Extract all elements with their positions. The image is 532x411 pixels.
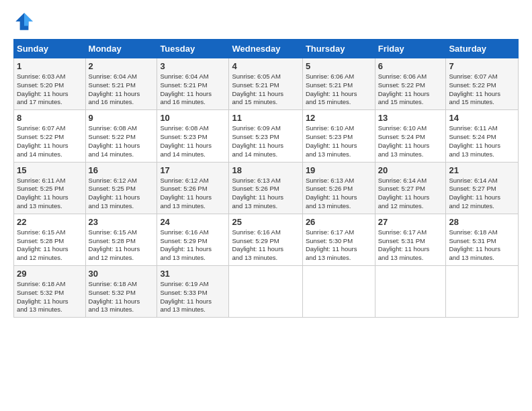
day-number: 21 — [449, 165, 515, 175]
calendar-cell: 16Sunrise: 6:12 AMSunset: 5:25 PMDayligh… — [85, 162, 157, 214]
calendar-cell: 11Sunrise: 6:09 AMSunset: 5:23 PMDayligh… — [229, 110, 302, 162]
calendar-week-row: 8Sunrise: 6:07 AMSunset: 5:22 PMDaylight… — [14, 110, 519, 162]
calendar-table: SundayMondayTuesdayWednesdayThursdayFrid… — [13, 39, 519, 318]
calendar-cell — [302, 266, 375, 318]
calendar-cell: 3Sunrise: 6:04 AMSunset: 5:21 PMDaylight… — [157, 58, 229, 110]
calendar-cell: 20Sunrise: 6:14 AMSunset: 5:27 PMDayligh… — [375, 162, 446, 214]
day-info: Sunrise: 6:10 AMSunset: 5:24 PMDaylight:… — [378, 124, 443, 158]
day-info: Sunrise: 6:15 AMSunset: 5:28 PMDaylight:… — [89, 228, 154, 263]
day-info: Sunrise: 6:08 AMSunset: 5:22 PMDaylight:… — [89, 124, 154, 158]
calendar-cell: 5Sunrise: 6:06 AMSunset: 5:21 PMDaylight… — [302, 58, 375, 110]
calendar-cell: 1Sunrise: 6:03 AMSunset: 5:20 PMDaylight… — [14, 58, 86, 110]
day-number: 22 — [17, 217, 83, 227]
calendar-cell: 14Sunrise: 6:11 AMSunset: 5:24 PMDayligh… — [446, 110, 519, 162]
day-number: 12 — [306, 113, 372, 123]
calendar-cell: 10Sunrise: 6:08 AMSunset: 5:23 PMDayligh… — [157, 110, 229, 162]
day-number: 7 — [449, 61, 515, 71]
day-info: Sunrise: 6:16 AMSunset: 5:29 PMDaylight:… — [232, 228, 299, 263]
calendar-cell — [229, 266, 302, 318]
day-info: Sunrise: 6:08 AMSunset: 5:23 PMDaylight:… — [160, 124, 226, 158]
calendar-cell: 4Sunrise: 6:05 AMSunset: 5:21 PMDaylight… — [229, 58, 302, 110]
calendar-week-row: 22Sunrise: 6:15 AMSunset: 5:28 PMDayligh… — [14, 214, 519, 265]
day-info: Sunrise: 6:06 AMSunset: 5:21 PMDaylight:… — [306, 73, 372, 107]
calendar-day-header: Friday — [375, 40, 446, 58]
svg-marker-1 — [24, 13, 33, 26]
day-info: Sunrise: 6:18 AMSunset: 5:31 PMDaylight:… — [449, 228, 515, 263]
day-number: 25 — [232, 217, 299, 227]
day-number: 29 — [17, 269, 83, 279]
day-number: 8 — [17, 113, 83, 123]
day-info: Sunrise: 6:18 AMSunset: 5:32 PMDaylight:… — [17, 280, 83, 314]
calendar-cell: 25Sunrise: 6:16 AMSunset: 5:29 PMDayligh… — [229, 214, 302, 265]
day-number: 5 — [306, 61, 372, 71]
calendar-page: SundayMondayTuesdayWednesdayThursdayFrid… — [0, 0, 532, 324]
calendar-cell — [446, 266, 519, 318]
calendar-cell: 8Sunrise: 6:07 AMSunset: 5:22 PMDaylight… — [14, 110, 86, 162]
calendar-day-header: Wednesday — [229, 40, 302, 58]
day-info: Sunrise: 6:10 AMSunset: 5:23 PMDaylight:… — [306, 124, 372, 158]
day-info: Sunrise: 6:17 AMSunset: 5:30 PMDaylight:… — [306, 228, 372, 263]
day-info: Sunrise: 6:09 AMSunset: 5:23 PMDaylight:… — [232, 124, 299, 158]
day-info: Sunrise: 6:13 AMSunset: 5:26 PMDaylight:… — [306, 177, 372, 211]
day-number: 15 — [17, 165, 83, 175]
day-number: 26 — [306, 217, 372, 227]
day-number: 31 — [160, 269, 226, 279]
calendar-cell: 13Sunrise: 6:10 AMSunset: 5:24 PMDayligh… — [375, 110, 446, 162]
day-info: Sunrise: 6:04 AMSunset: 5:21 PMDaylight:… — [160, 73, 226, 107]
day-number: 28 — [449, 217, 515, 227]
day-number: 30 — [89, 269, 154, 279]
day-number: 10 — [160, 113, 226, 123]
logo — [13, 11, 38, 32]
calendar-cell: 19Sunrise: 6:13 AMSunset: 5:26 PMDayligh… — [302, 162, 375, 214]
day-info: Sunrise: 6:05 AMSunset: 5:21 PMDaylight:… — [232, 73, 299, 107]
day-number: 4 — [232, 61, 299, 71]
calendar-cell: 26Sunrise: 6:17 AMSunset: 5:30 PMDayligh… — [302, 214, 375, 265]
day-number: 18 — [232, 165, 299, 175]
day-info: Sunrise: 6:15 AMSunset: 5:28 PMDaylight:… — [17, 228, 83, 263]
day-number: 13 — [378, 113, 443, 123]
day-number: 1 — [17, 61, 83, 71]
calendar-cell: 7Sunrise: 6:07 AMSunset: 5:22 PMDaylight… — [446, 58, 519, 110]
calendar-cell: 17Sunrise: 6:12 AMSunset: 5:26 PMDayligh… — [157, 162, 229, 214]
day-number: 17 — [160, 165, 226, 175]
calendar-cell: 12Sunrise: 6:10 AMSunset: 5:23 PMDayligh… — [302, 110, 375, 162]
header — [13, 11, 519, 32]
calendar-cell — [375, 266, 446, 318]
day-info: Sunrise: 6:06 AMSunset: 5:22 PMDaylight:… — [378, 73, 443, 107]
calendar-cell: 21Sunrise: 6:14 AMSunset: 5:27 PMDayligh… — [446, 162, 519, 214]
day-info: Sunrise: 6:14 AMSunset: 5:27 PMDaylight:… — [449, 177, 515, 211]
day-info: Sunrise: 6:07 AMSunset: 5:22 PMDaylight:… — [449, 73, 515, 107]
calendar-cell: 23Sunrise: 6:15 AMSunset: 5:28 PMDayligh… — [85, 214, 157, 265]
day-number: 2 — [89, 61, 154, 71]
calendar-cell: 18Sunrise: 6:13 AMSunset: 5:26 PMDayligh… — [229, 162, 302, 214]
day-info: Sunrise: 6:07 AMSunset: 5:22 PMDaylight:… — [17, 124, 83, 158]
calendar-cell: 2Sunrise: 6:04 AMSunset: 5:21 PMDaylight… — [85, 58, 157, 110]
calendar-cell: 22Sunrise: 6:15 AMSunset: 5:28 PMDayligh… — [14, 214, 86, 265]
calendar-cell: 31Sunrise: 6:19 AMSunset: 5:33 PMDayligh… — [157, 266, 229, 318]
day-number: 24 — [160, 217, 226, 227]
calendar-week-row: 15Sunrise: 6:11 AMSunset: 5:25 PMDayligh… — [14, 162, 519, 214]
day-info: Sunrise: 6:11 AMSunset: 5:24 PMDaylight:… — [449, 124, 515, 158]
day-info: Sunrise: 6:17 AMSunset: 5:31 PMDaylight:… — [378, 228, 443, 263]
logo-icon — [13, 11, 35, 32]
calendar-day-header: Tuesday — [157, 40, 229, 58]
calendar-cell: 6Sunrise: 6:06 AMSunset: 5:22 PMDaylight… — [375, 58, 446, 110]
calendar-cell: 30Sunrise: 6:18 AMSunset: 5:32 PMDayligh… — [85, 266, 157, 318]
day-info: Sunrise: 6:12 AMSunset: 5:25 PMDaylight:… — [89, 177, 154, 211]
calendar-day-header: Monday — [85, 40, 157, 58]
day-info: Sunrise: 6:14 AMSunset: 5:27 PMDaylight:… — [378, 177, 443, 211]
calendar-day-header: Saturday — [446, 40, 519, 58]
day-number: 20 — [378, 165, 443, 175]
day-info: Sunrise: 6:03 AMSunset: 5:20 PMDaylight:… — [17, 73, 83, 107]
calendar-cell: 28Sunrise: 6:18 AMSunset: 5:31 PMDayligh… — [446, 214, 519, 265]
day-info: Sunrise: 6:19 AMSunset: 5:33 PMDaylight:… — [160, 280, 226, 314]
day-info: Sunrise: 6:12 AMSunset: 5:26 PMDaylight:… — [160, 177, 226, 211]
calendar-day-header: Sunday — [14, 40, 86, 58]
calendar-cell: 27Sunrise: 6:17 AMSunset: 5:31 PMDayligh… — [375, 214, 446, 265]
day-number: 27 — [378, 217, 443, 227]
day-number: 6 — [378, 61, 443, 71]
calendar-header-row: SundayMondayTuesdayWednesdayThursdayFrid… — [14, 40, 519, 58]
calendar-cell: 24Sunrise: 6:16 AMSunset: 5:29 PMDayligh… — [157, 214, 229, 265]
day-number: 3 — [160, 61, 226, 71]
day-number: 11 — [232, 113, 299, 123]
